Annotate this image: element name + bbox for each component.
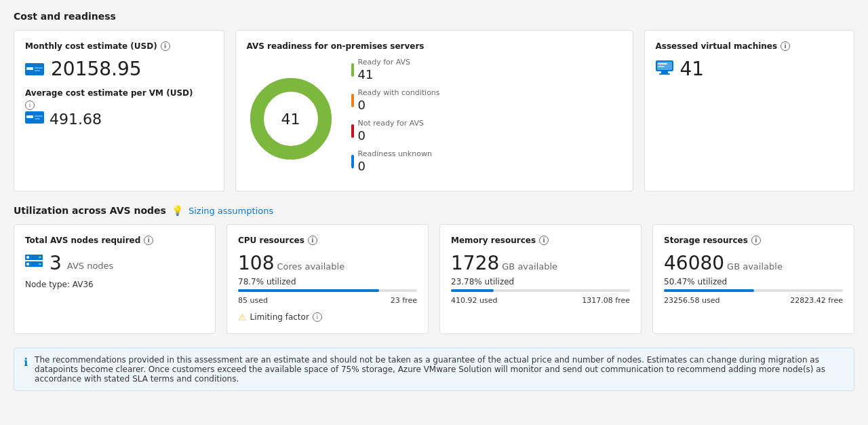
cpu-used-free: 85 used 23 free [238, 296, 417, 305]
assessed-vms-title: Assessed virtual machines i [656, 41, 844, 51]
bulb-icon: 💡 [172, 205, 183, 216]
section-title-cost: Cost and readiness [14, 11, 854, 22]
memory-utilized: 23.78% utilized [451, 277, 630, 287]
avs-donut-chart: 41 [247, 75, 335, 163]
total-nodes-title: Total AVS nodes required i [25, 236, 204, 245]
svg-rect-15 [658, 66, 665, 67]
monthly-cost-main: 20158.95 [25, 58, 213, 80]
monthly-cost-title: Monthly cost estimate (USD) i [25, 41, 213, 51]
node-icon [25, 255, 44, 272]
utilization-title: Utilization across AVS nodes [14, 205, 166, 216]
svg-rect-18 [26, 256, 29, 259]
legend-color-conditions [351, 94, 354, 107]
svg-rect-19 [26, 263, 29, 265]
cpu-progress-bg [238, 289, 417, 292]
storage-unit: GB available [727, 261, 783, 272]
cpu-unit: Cores available [277, 261, 344, 272]
assessed-vms-count: 41 [680, 58, 705, 80]
cost-readiness-row: Monthly cost estimate (USD) i 20158.95 A… [14, 30, 854, 191]
avg-cost-icon [25, 110, 45, 128]
avg-cost-label: Average cost estimate per VM (USD) [25, 88, 213, 98]
cpu-info-icon[interactable]: i [308, 236, 317, 245]
storage-used: 23256.58 used [664, 296, 719, 305]
avs-readiness-label: AVS readiness for on-premises servers [247, 41, 425, 51]
assessed-vms-info-icon[interactable]: i [781, 41, 790, 51]
cpu-label: CPU resources [238, 236, 304, 245]
avg-cost-value: 491.68 [50, 111, 102, 128]
vm-svg-icon [656, 60, 675, 75]
legend-color-not-ready [351, 124, 354, 138]
avs-readiness-card: AVS readiness for on-premises servers 41… [235, 30, 633, 191]
legend-value-not-ready: 0 [358, 128, 425, 143]
legend-label-conditions: Ready with conditions [358, 88, 440, 97]
monthly-cost-value: 20158.95 [51, 58, 142, 80]
cpu-resources-title: CPU resources i [238, 236, 417, 245]
storage-utilized: 50.47% utilized [664, 277, 843, 287]
svg-rect-3 [35, 70, 40, 71]
storage-progress-fill [664, 289, 754, 292]
storage-value: 46080 [664, 252, 724, 274]
memory-progress-bg [451, 289, 630, 292]
avs-readiness-title: AVS readiness for on-premises servers [247, 41, 622, 51]
storage-used-free: 23256.58 used 22823.42 free [664, 296, 843, 305]
legend-label-not-ready: Not ready for AVS [358, 119, 425, 128]
svg-rect-6 [35, 115, 43, 117]
limiting-factor-info-icon[interactable]: i [313, 312, 322, 322]
storage-free: 22823.42 free [790, 296, 843, 305]
assessed-vms-card: Assessed virtual machines i 41 [644, 30, 855, 191]
storage-info-icon[interactable]: i [751, 236, 761, 245]
memory-free: 1317.08 free [582, 296, 630, 305]
total-nodes-info-icon[interactable]: i [144, 236, 153, 245]
avg-cost-value-row: 491.68 [25, 110, 213, 128]
memory-used-free: 410.92 used 1317.08 free [451, 296, 630, 305]
storage-value-row: 46080 GB available [664, 252, 843, 274]
svg-rect-2 [35, 67, 43, 69]
memory-value-row: 1728 GB available [451, 252, 630, 274]
memory-info-icon[interactable]: i [539, 236, 549, 245]
cpu-progress-fill [238, 289, 379, 292]
cpu-resources-card: CPU resources i 108 Cores available 78.7… [226, 224, 429, 334]
svg-rect-21 [39, 263, 41, 265]
avg-cost-info-icon[interactable]: i [25, 100, 35, 110]
monthly-cost-info-icon[interactable]: i [161, 41, 170, 51]
assessed-vms-value-row: 41 [656, 58, 844, 80]
memory-label: Memory resources [451, 236, 536, 245]
legend-label-ready: Ready for AVS [358, 58, 411, 67]
legend-label-unknown: Readiness unknown [358, 149, 432, 158]
utilization-header: Utilization across AVS nodes 💡 Sizing as… [14, 205, 854, 216]
legend-color-unknown [351, 155, 354, 168]
info-banner-icon: ℹ️ [24, 356, 28, 384]
svg-rect-7 [35, 118, 40, 119]
legend-value-ready: 41 [358, 67, 411, 81]
legend-value-unknown: 0 [358, 159, 432, 173]
cpu-used: 85 used [238, 296, 268, 305]
avs-legend: Ready for AVS 41 Ready with conditions 0… [351, 58, 440, 180]
svg-rect-12 [661, 71, 668, 73]
storage-resources-title: Storage resources i [664, 236, 843, 245]
legend-not-ready: Not ready for AVS 0 [351, 119, 440, 143]
legend-color-ready [351, 63, 354, 77]
memory-unit: GB available [502, 261, 557, 272]
sizing-assumptions-link[interactable]: Sizing assumptions [189, 206, 273, 216]
memory-used: 410.92 used [451, 296, 497, 305]
memory-resources-title: Memory resources i [451, 236, 630, 245]
storage-label: Storage resources [664, 236, 748, 245]
svg-rect-1 [26, 67, 33, 70]
total-nodes-count: 3 [50, 252, 62, 274]
node-type: Node type: AV36 [25, 280, 204, 289]
info-banner-text: The recommendations provided in this ass… [35, 355, 844, 384]
total-nodes-card: Total AVS nodes required i 3 AVS nodes N… [14, 224, 216, 334]
svg-rect-5 [26, 115, 33, 118]
avs-readiness-content: 41 Ready for AVS 41 Ready with condition… [247, 58, 622, 180]
memory-value: 1728 [451, 252, 499, 274]
cpu-free: 23 free [391, 296, 417, 305]
avg-cost-svg-icon [25, 110, 45, 125]
legend-ready: Ready for AVS 41 [351, 58, 440, 81]
total-nodes-unit: AVS nodes [67, 261, 114, 271]
memory-progress-fill [451, 289, 494, 292]
monthly-cost-card: Monthly cost estimate (USD) i 20158.95 A… [14, 30, 224, 191]
svg-rect-13 [659, 73, 670, 75]
utilization-row: Total AVS nodes required i 3 AVS nodes N… [14, 224, 854, 334]
cpu-value-row: 108 Cores available [238, 252, 417, 274]
storage-resources-card: Storage resources i 46080 GB available 5… [652, 224, 854, 334]
